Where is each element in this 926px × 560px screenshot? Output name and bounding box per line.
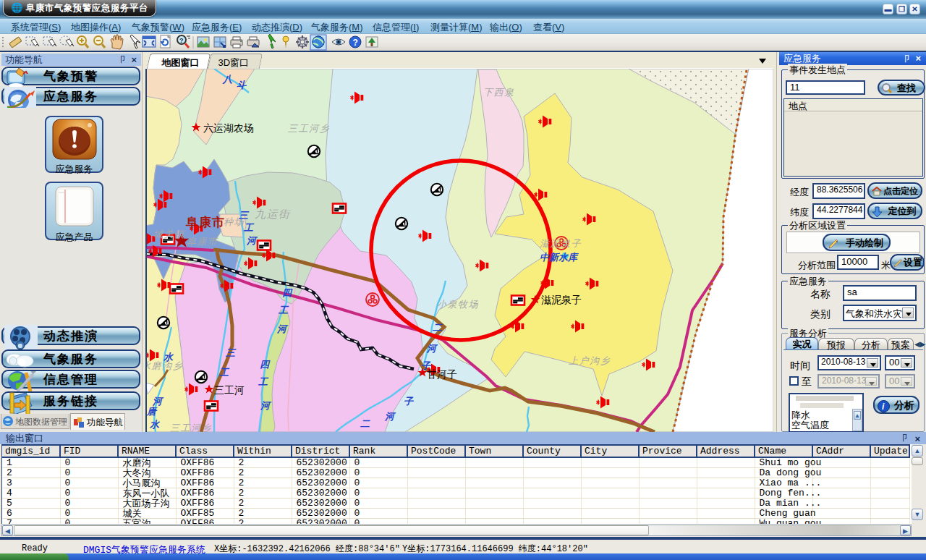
svg-text:下西泉: 下西泉 xyxy=(483,87,515,98)
svg-text:水: 水 xyxy=(149,419,160,430)
svg-text:工: 工 xyxy=(278,305,289,315)
svg-text:四: 四 xyxy=(282,287,293,298)
svg-text:唐: 唐 xyxy=(147,406,158,417)
svg-text:?: ? xyxy=(179,37,184,44)
svg-text:滋泥泉子: 滋泥泉子 xyxy=(540,238,582,249)
svg-text:工: 工 xyxy=(243,222,255,233)
svg-text:滋泥泉子: 滋泥泉子 xyxy=(541,294,582,305)
svg-text:四: 四 xyxy=(260,359,271,370)
svg-text:斗: 斗 xyxy=(237,80,247,90)
svg-text:三工河: 三工河 xyxy=(214,384,245,396)
svg-text:三: 三 xyxy=(238,210,250,221)
svg-text:甘河子: 甘河子 xyxy=(427,368,457,380)
svg-text:三: 三 xyxy=(225,347,237,358)
svg-text:二: 二 xyxy=(432,322,443,333)
svg-text:三工河乡: 三工河乡 xyxy=(288,123,330,134)
svg-text:城关镇: 城关镇 xyxy=(153,229,185,239)
svg-text:阜康市: 阜康市 xyxy=(185,215,225,229)
svg-text:三工河乡: 三工河乡 xyxy=(170,423,212,432)
svg-text:九运街: 九运街 xyxy=(255,208,291,220)
svg-text:水: 水 xyxy=(163,352,174,362)
svg-text:小泉牧场: 小泉牧场 xyxy=(437,299,479,310)
svg-text:中新水库: 中新水库 xyxy=(540,252,579,263)
svg-text:上户沟乡: 上户沟乡 xyxy=(569,355,611,366)
svg-text:子: 子 xyxy=(421,360,431,371)
svg-text:六运湖农场: 六运湖农场 xyxy=(203,122,254,134)
svg-text:子: 子 xyxy=(404,396,414,407)
svg-text:阜康市: 阜康市 xyxy=(187,236,218,247)
svg-text:二: 二 xyxy=(360,418,370,429)
svg-text:工: 工 xyxy=(218,367,230,378)
svg-text:工: 工 xyxy=(258,376,269,387)
svg-text:八: 八 xyxy=(222,74,232,85)
svg-text:?: ? xyxy=(353,38,358,48)
